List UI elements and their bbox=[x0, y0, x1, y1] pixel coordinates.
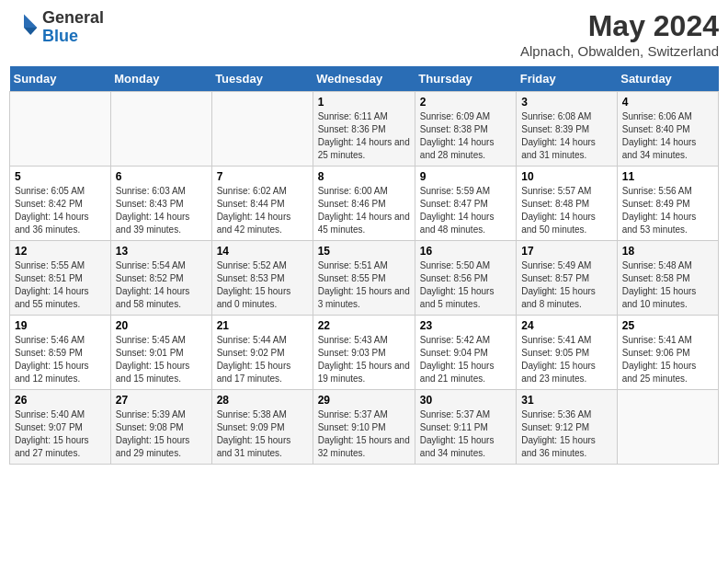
day-number: 8 bbox=[318, 170, 410, 183]
calendar-week-row: 26Sunrise: 5:40 AMSunset: 9:07 PMDayligh… bbox=[10, 390, 719, 465]
day-number: 11 bbox=[622, 170, 713, 183]
day-info: Sunrise: 5:37 AMSunset: 9:10 PMDaylight:… bbox=[318, 409, 410, 458]
page-header: General Blue May 2024 Alpnach, Obwalden,… bbox=[9, 9, 719, 59]
calendar-cell: 21Sunrise: 5:44 AMSunset: 9:02 PMDayligh… bbox=[211, 316, 313, 390]
day-number: 4 bbox=[622, 96, 713, 109]
weekday-header: Monday bbox=[110, 66, 211, 92]
day-info: Sunrise: 5:39 AMSunset: 9:08 PMDaylight:… bbox=[116, 409, 190, 458]
title-block: May 2024 Alpnach, Obwalden, Switzerland bbox=[520, 9, 719, 59]
day-number: 28 bbox=[217, 394, 308, 407]
calendar-week-row: 19Sunrise: 5:46 AMSunset: 8:59 PMDayligh… bbox=[10, 316, 719, 390]
calendar-table: SundayMondayTuesdayWednesdayThursdayFrid… bbox=[9, 66, 719, 465]
day-number: 30 bbox=[420, 394, 511, 407]
day-number: 19 bbox=[15, 319, 106, 332]
weekday-row: SundayMondayTuesdayWednesdayThursdayFrid… bbox=[10, 66, 719, 92]
day-info: Sunrise: 5:52 AMSunset: 8:53 PMDaylight:… bbox=[217, 260, 291, 309]
day-info: Sunrise: 5:43 AMSunset: 9:03 PMDaylight:… bbox=[318, 335, 410, 384]
calendar-week-row: 5Sunrise: 6:05 AMSunset: 8:42 PMDaylight… bbox=[10, 167, 719, 241]
day-number: 22 bbox=[318, 319, 410, 332]
calendar-cell: 8Sunrise: 6:00 AMSunset: 8:46 PMDaylight… bbox=[313, 167, 415, 241]
weekday-header: Friday bbox=[517, 66, 617, 92]
day-info: Sunrise: 5:51 AMSunset: 8:55 PMDaylight:… bbox=[318, 260, 410, 309]
day-number: 31 bbox=[521, 394, 611, 407]
day-number: 27 bbox=[116, 394, 207, 407]
main-title: May 2024 bbox=[520, 9, 719, 43]
weekday-header: Sunday bbox=[10, 66, 111, 92]
day-number: 23 bbox=[420, 319, 511, 332]
calendar-cell: 26Sunrise: 5:40 AMSunset: 9:07 PMDayligh… bbox=[10, 390, 111, 465]
day-info: Sunrise: 5:38 AMSunset: 9:09 PMDaylight:… bbox=[217, 409, 291, 458]
day-info: Sunrise: 5:40 AMSunset: 9:07 PMDaylight:… bbox=[15, 409, 89, 458]
calendar-cell: 29Sunrise: 5:37 AMSunset: 9:10 PMDayligh… bbox=[313, 390, 415, 465]
day-number: 17 bbox=[521, 245, 611, 258]
calendar-cell bbox=[10, 92, 111, 167]
calendar-week-row: 1Sunrise: 6:11 AMSunset: 8:36 PMDaylight… bbox=[10, 92, 719, 167]
calendar-cell: 19Sunrise: 5:46 AMSunset: 8:59 PMDayligh… bbox=[10, 316, 111, 390]
day-number: 9 bbox=[420, 170, 511, 183]
calendar-cell: 9Sunrise: 5:59 AMSunset: 8:47 PMDaylight… bbox=[415, 167, 516, 241]
calendar-cell: 25Sunrise: 5:41 AMSunset: 9:06 PMDayligh… bbox=[617, 316, 718, 390]
logo-text: General Blue bbox=[42, 9, 104, 46]
day-number: 6 bbox=[116, 170, 207, 183]
calendar-cell: 24Sunrise: 5:41 AMSunset: 9:05 PMDayligh… bbox=[517, 316, 617, 390]
calendar-cell: 2Sunrise: 6:09 AMSunset: 8:38 PMDaylight… bbox=[415, 92, 516, 167]
calendar-cell: 6Sunrise: 6:03 AMSunset: 8:43 PMDaylight… bbox=[110, 167, 211, 241]
day-info: Sunrise: 5:42 AMSunset: 9:04 PMDaylight:… bbox=[420, 335, 495, 384]
logo-icon bbox=[9, 13, 39, 42]
day-number: 2 bbox=[420, 96, 511, 109]
calendar-cell bbox=[211, 92, 313, 167]
day-info: Sunrise: 6:06 AMSunset: 8:40 PMDaylight:… bbox=[622, 111, 697, 160]
day-number: 24 bbox=[521, 319, 611, 332]
day-info: Sunrise: 5:59 AMSunset: 8:47 PMDaylight:… bbox=[420, 186, 495, 235]
day-info: Sunrise: 6:02 AMSunset: 8:44 PMDaylight:… bbox=[217, 186, 291, 235]
calendar-cell: 3Sunrise: 6:08 AMSunset: 8:39 PMDaylight… bbox=[517, 92, 617, 167]
weekday-header: Tuesday bbox=[211, 66, 313, 92]
svg-marker-0 bbox=[24, 14, 37, 27]
calendar-cell bbox=[617, 390, 718, 465]
day-number: 13 bbox=[116, 245, 207, 258]
calendar-cell: 13Sunrise: 5:54 AMSunset: 8:52 PMDayligh… bbox=[110, 241, 211, 316]
svg-marker-1 bbox=[24, 28, 37, 35]
day-info: Sunrise: 5:56 AMSunset: 8:49 PMDaylight:… bbox=[622, 186, 697, 235]
subtitle: Alpnach, Obwalden, Switzerland bbox=[520, 43, 719, 59]
calendar-cell: 15Sunrise: 5:51 AMSunset: 8:55 PMDayligh… bbox=[313, 241, 415, 316]
calendar-cell: 27Sunrise: 5:39 AMSunset: 9:08 PMDayligh… bbox=[110, 390, 211, 465]
calendar-cell: 31Sunrise: 5:36 AMSunset: 9:12 PMDayligh… bbox=[517, 390, 617, 465]
day-number: 7 bbox=[217, 170, 308, 183]
day-number: 26 bbox=[15, 394, 106, 407]
day-info: Sunrise: 5:46 AMSunset: 8:59 PMDaylight:… bbox=[15, 335, 89, 384]
calendar-cell: 14Sunrise: 5:52 AMSunset: 8:53 PMDayligh… bbox=[211, 241, 313, 316]
calendar-cell: 16Sunrise: 5:50 AMSunset: 8:56 PMDayligh… bbox=[415, 241, 516, 316]
day-info: Sunrise: 6:09 AMSunset: 8:38 PMDaylight:… bbox=[420, 111, 495, 160]
day-number: 12 bbox=[15, 245, 106, 258]
day-info: Sunrise: 5:36 AMSunset: 9:12 PMDaylight:… bbox=[521, 409, 596, 458]
day-info: Sunrise: 6:11 AMSunset: 8:36 PMDaylight:… bbox=[318, 111, 410, 160]
calendar-cell: 23Sunrise: 5:42 AMSunset: 9:04 PMDayligh… bbox=[415, 316, 516, 390]
calendar-week-row: 12Sunrise: 5:55 AMSunset: 8:51 PMDayligh… bbox=[10, 241, 719, 316]
calendar-header: SundayMondayTuesdayWednesdayThursdayFrid… bbox=[10, 66, 719, 92]
logo-general: General bbox=[42, 9, 104, 28]
day-number: 1 bbox=[318, 96, 410, 109]
calendar-cell: 7Sunrise: 6:02 AMSunset: 8:44 PMDaylight… bbox=[211, 167, 313, 241]
calendar-cell: 4Sunrise: 6:06 AMSunset: 8:40 PMDaylight… bbox=[617, 92, 718, 167]
day-number: 3 bbox=[521, 96, 611, 109]
day-info: Sunrise: 5:49 AMSunset: 8:57 PMDaylight:… bbox=[521, 260, 596, 309]
calendar-cell bbox=[110, 92, 211, 167]
day-info: Sunrise: 5:50 AMSunset: 8:56 PMDaylight:… bbox=[420, 260, 495, 309]
calendar-cell: 5Sunrise: 6:05 AMSunset: 8:42 PMDaylight… bbox=[10, 167, 111, 241]
calendar-cell: 28Sunrise: 5:38 AMSunset: 9:09 PMDayligh… bbox=[211, 390, 313, 465]
day-number: 15 bbox=[318, 245, 410, 258]
day-number: 14 bbox=[217, 245, 308, 258]
calendar-cell: 17Sunrise: 5:49 AMSunset: 8:57 PMDayligh… bbox=[517, 241, 617, 316]
calendar-cell: 22Sunrise: 5:43 AMSunset: 9:03 PMDayligh… bbox=[313, 316, 415, 390]
weekday-header: Wednesday bbox=[313, 66, 415, 92]
calendar-cell: 1Sunrise: 6:11 AMSunset: 8:36 PMDaylight… bbox=[313, 92, 415, 167]
day-info: Sunrise: 5:54 AMSunset: 8:52 PMDaylight:… bbox=[116, 260, 190, 309]
day-info: Sunrise: 6:05 AMSunset: 8:42 PMDaylight:… bbox=[15, 186, 89, 235]
calendar-cell: 30Sunrise: 5:37 AMSunset: 9:11 PMDayligh… bbox=[415, 390, 516, 465]
day-number: 29 bbox=[318, 394, 410, 407]
day-info: Sunrise: 6:00 AMSunset: 8:46 PMDaylight:… bbox=[318, 186, 410, 235]
day-info: Sunrise: 6:08 AMSunset: 8:39 PMDaylight:… bbox=[521, 111, 596, 160]
calendar-body: 1Sunrise: 6:11 AMSunset: 8:36 PMDaylight… bbox=[10, 92, 719, 465]
day-number: 10 bbox=[521, 170, 611, 183]
